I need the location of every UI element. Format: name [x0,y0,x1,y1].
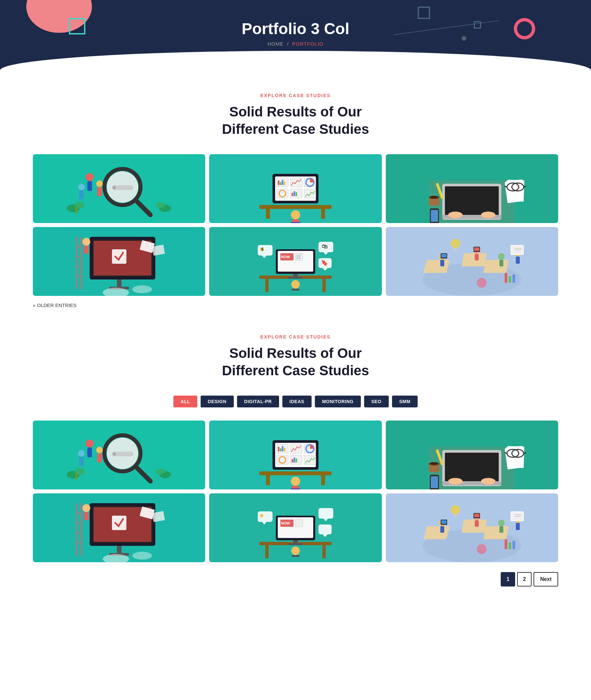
portfolio-item[interactable] [33,420,205,489]
svg-line-62 [505,186,507,187]
portfolio-item[interactable] [386,493,558,562]
svg-rect-125 [454,248,457,251]
svg-rect-25 [278,180,279,185]
svg-point-135 [477,278,486,288]
portfolio-item[interactable]: NOW [209,493,382,562]
svg-rect-161 [280,448,281,451]
svg-rect-232 [319,508,333,519]
svg-rect-252 [441,520,447,524]
svg-rect-254 [474,514,479,517]
portfolio-item[interactable] [386,154,558,223]
svg-rect-173 [304,455,316,464]
svg-rect-87 [322,279,326,292]
svg-point-255 [451,505,460,514]
svg-rect-182 [445,453,499,482]
svg-rect-21 [321,209,325,219]
svg-point-78 [82,238,90,246]
svg-point-185 [481,478,496,484]
svg-rect-68 [117,280,122,288]
page-2-button[interactable]: 2 [517,572,532,587]
svg-rect-141 [87,448,92,457]
portfolio-item[interactable] [209,420,382,489]
svg-point-15 [156,202,165,208]
svg-point-266 [477,544,486,554]
portfolio-item[interactable]: NOW 🛒 $ 🛍 🔖 [209,227,382,296]
svg-rect-176 [290,488,301,489]
filter-seo[interactable]: SEO [364,396,389,407]
svg-rect-81 [152,245,165,256]
portfolio-item[interactable] [386,420,558,489]
svg-point-142 [96,447,103,453]
filter-ideas[interactable]: IDEAS [282,396,312,407]
svg-point-152 [113,452,116,456]
pagination: 1 2 Next [33,572,558,587]
filter-bar: ALL DESIGN DIGITAL-PR IDEAS MONITORING S… [33,396,558,407]
main-content: EXPLORE CASE STUDIES Solid Results of Ou… [0,73,591,613]
svg-rect-214 [84,512,89,520]
svg-rect-20 [266,209,270,219]
filter-monitoring[interactable]: MONITORING [315,396,361,407]
svg-point-49 [448,212,463,218]
svg-point-238 [291,546,300,555]
filter-design[interactable]: DESIGN [201,396,234,407]
svg-point-50 [481,212,496,218]
svg-point-140 [86,440,93,448]
breadcrumb-current: PORTFOLIO [292,41,323,47]
next-page-button[interactable]: Next [533,572,558,587]
svg-rect-59 [431,210,438,222]
section1-title: Solid Results of Our Different Case Stud… [33,103,558,138]
svg-rect-111 [423,260,450,273]
page-header: Portfolio 3 Col HOME / PORTFOLIO [0,0,591,73]
portfolio-item[interactable] [33,227,205,296]
older-entries-link[interactable]: « OLDER ENTRIES [33,302,76,308]
filter-all[interactable]: ALL [173,396,197,407]
svg-rect-160 [278,447,279,451]
filter-digital-pr[interactable]: DIGITAL-PR [237,396,279,407]
svg-rect-163 [284,448,285,451]
svg-point-5 [86,173,93,181]
svg-rect-154 [259,471,332,475]
svg-rect-261 [516,523,520,530]
svg-rect-8 [97,187,102,196]
svg-rect-257 [505,539,507,549]
svg-rect-162 [282,446,283,451]
svg-point-150 [156,468,165,474]
svg-rect-229 [258,512,272,522]
svg-rect-216 [152,511,165,522]
svg-point-9 [78,184,85,190]
svg-line-197 [505,453,507,453]
svg-rect-206 [112,516,126,530]
breadcrumb-home[interactable]: HOME [268,41,284,47]
svg-rect-222 [322,545,326,558]
svg-rect-172 [296,459,297,463]
svg-rect-175 [291,486,300,488]
svg-line-198 [524,453,526,453]
filter-smm[interactable]: SMM [392,396,418,407]
svg-point-249 [498,520,505,526]
older-entries[interactable]: « OLDER ENTRIES [33,302,558,308]
svg-point-192 [430,462,438,465]
svg-rect-237 [288,543,303,545]
svg-rect-28 [284,181,285,185]
page-title: Portfolio 3 Col [0,20,591,38]
deco-square-dark [418,7,430,19]
portfolio-item[interactable] [33,154,205,223]
svg-rect-27 [282,180,283,185]
section2-title-line2: Different Case Studies [222,363,369,378]
svg-rect-259 [513,541,515,549]
svg-rect-247 [475,520,479,527]
portfolio-grid-1: NOW 🛒 $ 🛍 🔖 [33,154,558,296]
svg-text:NOW: NOW [281,255,290,259]
svg-rect-130 [516,256,520,264]
portfolio-item[interactable] [33,493,205,562]
portfolio-item[interactable] [386,227,558,296]
svg-point-118 [498,253,505,260]
svg-rect-250 [500,526,503,533]
svg-point-144 [78,450,85,457]
page-1-button[interactable]: 1 [501,572,515,587]
portfolio-grid-2: NOW [33,420,558,562]
svg-rect-245 [462,520,487,533]
breadcrumb-separator: / [287,41,288,47]
portfolio-item[interactable] [209,154,382,223]
svg-rect-221 [265,545,269,558]
